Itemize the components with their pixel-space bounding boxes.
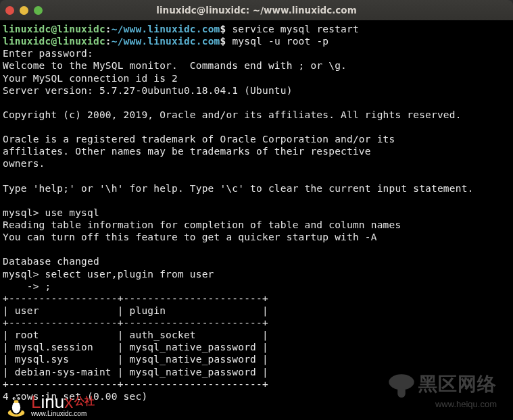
prompt-cwd: ~/www.linuxidc.com [112,36,220,47]
table-border: +------------------+--------------------… [3,317,268,328]
output-line: owners. [3,158,45,169]
output-line: You can turn off this feature to get a q… [3,232,377,242]
minimize-icon[interactable] [20,6,28,15]
prompt-cwd: ~/www.linuxidc.com [112,24,220,34]
table-border: +------------------+--------------------… [3,293,268,304]
output-line: mysql> use mysql [3,207,99,218]
prompt-sep: : [105,24,112,34]
output-line: Reading table information for completion… [3,219,401,230]
table-row: | root | auth_socket | [3,330,268,340]
output-line: Database changed [3,256,99,267]
output-line: Oracle is a registered trademark of Orac… [3,134,395,145]
output-line: 4 rows in set (0.00 sec) [3,391,147,402]
output-line: Server version: 5.7.27-0ubuntu0.18.04.1 … [3,85,293,96]
table-row: | debian-sys-maint | mysql_native_passwo… [3,367,268,377]
output-line: Welcome to the MySQL monitor. Commands e… [3,60,347,71]
table-border: +------------------+--------------------… [3,379,268,390]
terminal-output[interactable]: linuxidc@linuxidc:~/www.linuxidc.com$ se… [0,20,513,420]
command-line: service mysql restart [232,24,359,34]
prompt-sigil: $ [220,24,226,34]
window-title: linuxidc@linuxidc: ~/www.linuxidc.com [0,5,513,16]
window-titlebar: linuxidc@linuxidc: ~/www.linuxidc.com [0,0,513,20]
table-row: | mysql.session | mysql_native_password … [3,342,268,352]
output-line: Enter password: [3,48,93,59]
close-icon[interactable] [5,6,14,15]
output-line: affiliates. Other names may be trademark… [3,146,371,157]
output-line: Your MySQL connection id is 2 [3,73,178,84]
prompt-sigil: $ [220,36,226,47]
output-line: Copyright (c) 2000, 2019, Oracle and/or … [3,109,462,120]
output-line: Type 'help;' or '\h' for help. Type '\c'… [3,183,474,194]
maximize-icon[interactable] [34,6,43,15]
table-header: | user | plugin | [3,305,268,316]
command-line: mysql -u root -p [232,36,328,47]
output-line: -> ; [3,281,51,292]
prompt-user: linuxidc@linuxidc [3,24,105,34]
window-controls [5,6,43,15]
table-row: | mysql.sys | mysql_native_password | [3,354,268,365]
prompt-user: linuxidc@linuxidc [3,36,105,47]
output-line: mysql> select user,plugin from user [3,269,214,280]
prompt-sep: : [105,36,112,47]
